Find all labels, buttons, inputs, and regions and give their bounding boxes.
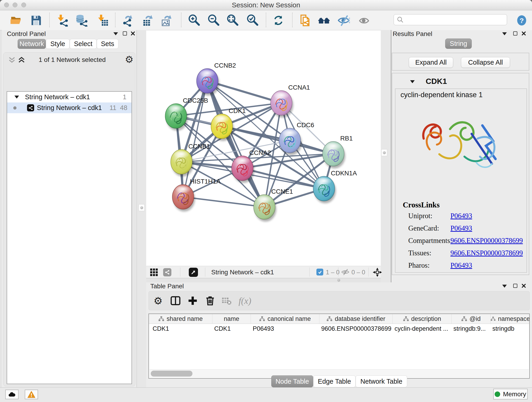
left-splitter-handle[interactable] bbox=[139, 204, 145, 211]
zoom-out-icon[interactable] bbox=[207, 14, 220, 27]
float-table-panel-icon[interactable] bbox=[502, 285, 507, 288]
node-label-CDK1: CDK1 bbox=[229, 107, 246, 114]
tab-edge-table[interactable]: Edge Table bbox=[313, 375, 355, 387]
tab-network[interactable]: Network bbox=[18, 39, 46, 49]
table-cell[interactable]: CDK1 bbox=[149, 324, 212, 333]
memory-button[interactable]: Memory bbox=[493, 389, 528, 400]
table-row[interactable]: CDK1CDK1P064939606.ENSP00000378699cyclin… bbox=[149, 324, 529, 333]
float-panel-icon[interactable] bbox=[114, 32, 118, 35]
table-header-row: shared namenamecanonical namedatabase id… bbox=[149, 314, 529, 324]
column-header-namespace[interactable]: namespace bbox=[491, 314, 530, 324]
left-splitter[interactable] bbox=[137, 30, 146, 387]
float-results-panel-icon[interactable] bbox=[502, 32, 507, 35]
column-header-database-identifier[interactable]: database identifier bbox=[319, 314, 393, 324]
table-cell[interactable]: stringdb bbox=[491, 324, 530, 333]
import-table-file-icon[interactable] bbox=[96, 14, 109, 27]
copy-network-icon[interactable] bbox=[299, 14, 312, 27]
warnings-button[interactable] bbox=[25, 390, 38, 399]
export-image-icon[interactable] bbox=[160, 14, 173, 27]
eye-icon[interactable] bbox=[357, 14, 371, 27]
maximize-results-panel-icon[interactable] bbox=[513, 32, 517, 36]
network-type-icon bbox=[27, 104, 34, 111]
tab-string[interactable]: String bbox=[445, 38, 472, 49]
help-icon[interactable]: ? bbox=[515, 14, 528, 27]
crosslink-link[interactable]: P06493 bbox=[450, 212, 472, 220]
tab-node-table[interactable]: Node Table bbox=[271, 375, 313, 387]
hide-graphics-eye-icon[interactable] bbox=[337, 14, 350, 27]
show-columns-icon[interactable] bbox=[169, 294, 182, 307]
tab-sets[interactable]: Sets bbox=[97, 39, 119, 49]
network-row[interactable]: String Network – cdk1 11 48 bbox=[7, 102, 132, 113]
expand-all-icon[interactable] bbox=[18, 57, 25, 64]
maximize-panel-icon[interactable] bbox=[123, 32, 127, 36]
close-panel-icon[interactable] bbox=[131, 31, 135, 36]
birdseye-crosshair-icon[interactable] bbox=[373, 268, 382, 277]
import-network-file-icon[interactable] bbox=[56, 14, 69, 27]
maximize-table-panel-icon[interactable] bbox=[513, 284, 517, 288]
delete-table-icon[interactable] bbox=[220, 294, 233, 307]
collapse-all-icon[interactable] bbox=[8, 57, 16, 64]
tab-network-table[interactable]: Network Table bbox=[355, 375, 407, 387]
detach-view-icon[interactable] bbox=[189, 268, 198, 277]
table-cell[interactable]: P06493 bbox=[251, 324, 319, 333]
network-options-gear-icon[interactable]: ⚙ bbox=[125, 54, 133, 65]
cloud-button[interactable] bbox=[5, 390, 19, 399]
column-header-description[interactable]: description bbox=[393, 314, 452, 324]
table-options-gear-icon[interactable]: ⚙ bbox=[152, 294, 165, 307]
horizontal-splitter[interactable] bbox=[146, 278, 381, 282]
zoom-fit-icon[interactable] bbox=[226, 14, 239, 27]
zoom-in-icon[interactable] bbox=[187, 14, 201, 27]
selected-checkbox-icon[interactable] bbox=[317, 269, 323, 275]
right-splitter-handle[interactable] bbox=[381, 149, 387, 156]
grid-view-icon[interactable] bbox=[150, 268, 158, 276]
save-session-icon[interactable] bbox=[30, 14, 43, 27]
crosslink-label: Tissues: bbox=[408, 249, 431, 257]
column-tree-icon bbox=[461, 316, 467, 322]
main-toolbar: ? bbox=[0, 10, 532, 30]
crosslink-link[interactable]: 9606.ENSP00000378699 bbox=[450, 236, 523, 245]
edge-HIST1H1A-CCNE1[interactable] bbox=[183, 197, 264, 207]
column-header-shared-name[interactable]: shared name bbox=[149, 314, 212, 324]
column-header-name[interactable]: name bbox=[212, 314, 251, 324]
search-field[interactable] bbox=[394, 14, 507, 25]
table-cell[interactable]: CDK1 bbox=[212, 324, 251, 333]
export-network-icon[interactable] bbox=[121, 14, 134, 27]
apply-layout-icon[interactable] bbox=[272, 14, 285, 27]
formula-builder-icon[interactable]: f(x) bbox=[239, 294, 251, 307]
collapse-all-button[interactable]: Collapse All bbox=[461, 57, 510, 68]
expand-all-button[interactable]: Expand All bbox=[409, 57, 453, 68]
export-table-icon[interactable] bbox=[141, 14, 154, 27]
column-header--id[interactable]: @id bbox=[452, 314, 491, 324]
delete-column-trash-icon[interactable] bbox=[204, 294, 216, 307]
node-label-CDC6: CDC6 bbox=[297, 121, 314, 128]
tab-style[interactable]: Style bbox=[46, 39, 70, 49]
add-column-icon[interactable] bbox=[186, 294, 199, 307]
crosslink-link[interactable]: P06493 bbox=[450, 224, 472, 232]
table-cell[interactable]: 9606.ENSP00000378699 bbox=[319, 324, 393, 333]
crosslink-link[interactable]: P06493 bbox=[450, 261, 472, 269]
horizontal-splitter-handle[interactable] bbox=[337, 279, 340, 282]
crosslink-link[interactable]: 9606.ENSP00000378699 bbox=[450, 249, 523, 257]
network-canvas[interactable]: CCNB2CCNA1CDC25BCDK1CDC6RB1CCNB1CCNA2CDK… bbox=[146, 30, 381, 266]
import-network-database-icon[interactable] bbox=[75, 14, 88, 27]
zoom-selected-icon[interactable] bbox=[246, 14, 259, 27]
network-collection-row[interactable]: String Network – cdk1 1 bbox=[7, 92, 132, 102]
column-header-canonical-name[interactable]: canonical name bbox=[251, 314, 319, 324]
collapse-gene-icon[interactable] bbox=[410, 80, 415, 83]
houses-icon[interactable] bbox=[317, 14, 331, 27]
right-splitter[interactable] bbox=[381, 30, 390, 282]
table-cell[interactable]: stringdb:9... bbox=[452, 324, 491, 333]
close-table-panel-icon[interactable] bbox=[521, 283, 526, 288]
search-input[interactable] bbox=[404, 16, 501, 24]
hidden-eye-slash-icon bbox=[341, 268, 349, 276]
open-session-icon[interactable] bbox=[9, 14, 23, 27]
network-node-count: 11 bbox=[109, 104, 116, 112]
column-tree-icon bbox=[326, 316, 332, 322]
table-cell[interactable]: cyclin-dependent ... bbox=[393, 324, 452, 333]
tab-select[interactable]: Select bbox=[70, 39, 97, 49]
close-results-panel-icon[interactable] bbox=[521, 31, 526, 36]
network-graph[interactable]: CCNB2CCNA1CDC25BCDK1CDC6RB1CCNB1CCNA2CDK… bbox=[146, 30, 381, 266]
control-panel-title: Control Panel bbox=[7, 30, 46, 38]
network-view-icon[interactable] bbox=[163, 268, 171, 276]
scrollbar-thumb[interactable] bbox=[151, 370, 192, 376]
